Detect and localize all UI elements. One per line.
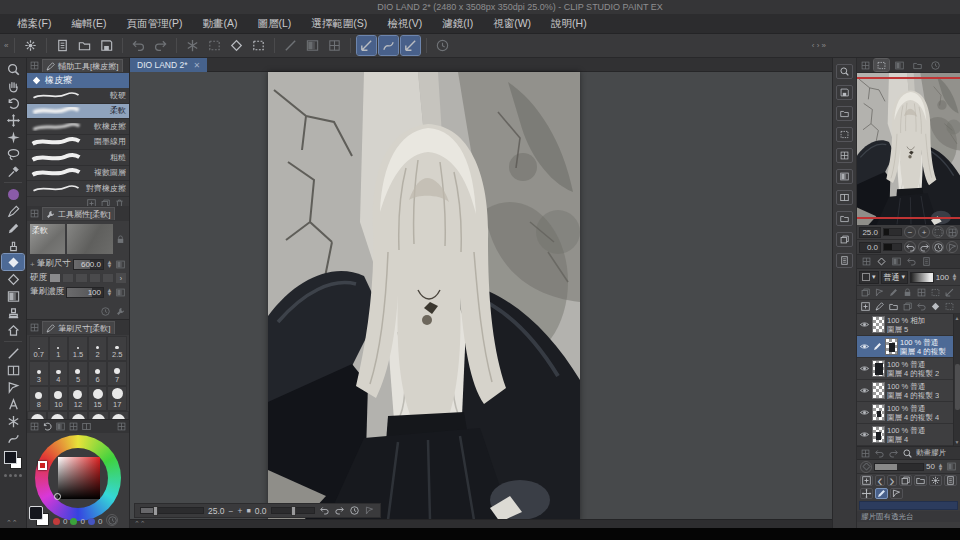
layer-mask-icon[interactable]: [930, 301, 941, 312]
approx-color-tab-icon[interactable]: [81, 421, 92, 432]
flip-horizontal-icon[interactable]: [364, 505, 375, 516]
layer-row[interactable]: 100 % 普通圖層 4: [857, 424, 960, 446]
material-3d-palette-icon[interactable]: [836, 190, 853, 205]
opacity-stepper[interactable]: ▲▼: [951, 272, 958, 283]
navigator-zoom-slider[interactable]: [883, 228, 902, 236]
item-bank-tab[interactable]: [910, 59, 925, 71]
subview-tab[interactable]: [892, 59, 907, 71]
help-button[interactable]: [433, 36, 452, 55]
reference-layer-icon[interactable]: [874, 287, 885, 298]
brush-size-option[interactable]: 10: [49, 386, 69, 411]
subtool-panel-tab[interactable]: 輔助工具[橡皮擦]: [42, 59, 123, 72]
panel-menu-icon[interactable]: [29, 60, 40, 71]
open-folder-button[interactable]: [914, 475, 927, 486]
panel-menu-icon[interactable]: [860, 60, 871, 71]
flip-cel-button[interactable]: [890, 488, 903, 499]
brush-size-option[interactable]: 0.7: [29, 336, 49, 361]
layer-opacity-slider[interactable]: [910, 272, 934, 283]
material-image-palette-icon[interactable]: [836, 169, 853, 184]
invert-selection-button[interactable]: [205, 36, 224, 55]
rotate-ccw-icon[interactable]: [319, 505, 330, 516]
brush-size-option[interactable]: 5: [68, 361, 88, 386]
layer-property-tab-icon[interactable]: [891, 256, 902, 267]
material-pose-palette-icon[interactable]: [836, 211, 853, 226]
document-tab[interactable]: DIO LAND 2* ✕: [130, 58, 207, 72]
ruler-tool[interactable]: [2, 379, 24, 395]
layer-row[interactable]: 100 % 普通圖層 4 的複製 4: [857, 402, 960, 424]
menu-edit[interactable]: 編輯(E): [62, 15, 115, 33]
zoom-tool[interactable]: [2, 61, 24, 77]
nav-reset-rotation-button[interactable]: [932, 241, 944, 253]
panel-menu-icon[interactable]: [29, 322, 40, 333]
brush-size-option[interactable]: 1: [49, 336, 69, 361]
hardness-blocks[interactable]: [49, 273, 114, 283]
panel-menu-icon[interactable]: [860, 448, 871, 459]
clear-button[interactable]: [281, 36, 300, 55]
new-raster-layer-icon[interactable]: [860, 301, 871, 312]
material-download-palette-icon[interactable]: [836, 85, 853, 100]
subtool-item-ink-line[interactable]: 圍墨線用: [27, 135, 129, 151]
selection-border-button[interactable]: [249, 36, 268, 55]
menu-window[interactable]: 視窗(W): [484, 15, 540, 33]
layer-row[interactable]: 100 % 普通圖層 4 的複製 2: [857, 358, 960, 380]
nav-zoom-out-button[interactable]: −: [904, 226, 916, 238]
cel-copy-button[interactable]: [944, 475, 957, 486]
material-tool[interactable]: [2, 322, 24, 338]
saturation-value-square[interactable]: [58, 457, 100, 499]
zoom-slider[interactable]: [140, 507, 204, 514]
zoom-out-button[interactable]: −: [229, 506, 234, 516]
information-tab[interactable]: [928, 59, 943, 71]
animation-cels-tab-icon[interactable]: [902, 448, 913, 459]
density-stepper[interactable]: ▲▼: [106, 287, 113, 298]
eyedropper-tool[interactable]: [2, 163, 24, 179]
color-history-button[interactable]: [106, 514, 118, 526]
onion-skin-icon[interactable]: [874, 448, 885, 459]
layer-thumbnail[interactable]: [872, 382, 885, 399]
brush-size-option[interactable]: 12: [68, 386, 88, 411]
rotate-tool[interactable]: [2, 95, 24, 111]
brush-tool[interactable]: [2, 237, 24, 253]
register-cel-button[interactable]: [860, 475, 873, 486]
material-history-palette-icon[interactable]: [836, 253, 853, 268]
layer-row-selected[interactable]: 100 % 普通圖層 4 的複製: [857, 336, 960, 358]
history-tab-icon[interactable]: [906, 256, 917, 267]
lock-icon[interactable]: [115, 234, 126, 245]
brush-size-option[interactable]: 15: [88, 386, 108, 411]
lasso-tool[interactable]: [2, 146, 24, 162]
brush-size-option[interactable]: 2.5: [107, 336, 127, 361]
layer-tab-icon[interactable]: [876, 256, 887, 267]
menu-page-manage[interactable]: 頁面管理(P): [117, 15, 191, 33]
brush-size-option[interactable]: 3: [29, 361, 49, 386]
brush-tip-thumbnail[interactable]: 柔軟: [30, 224, 65, 254]
draft-layer-icon[interactable]: [888, 287, 899, 298]
pressure-settings-icon[interactable]: [115, 287, 126, 298]
apply-mask-icon[interactable]: [944, 301, 955, 312]
subtool-group-row[interactable]: 橡皮擦: [27, 73, 129, 88]
timeline-tab-icon[interactable]: [921, 256, 932, 267]
fill-diamond-button[interactable]: [227, 36, 246, 55]
subtool-item-rough[interactable]: 粗糙: [27, 150, 129, 166]
new-vector-layer-icon[interactable]: [874, 301, 885, 312]
brush-size-option[interactable]: 6: [88, 361, 108, 386]
balloon-tool[interactable]: [2, 413, 24, 429]
text-tool[interactable]: [2, 396, 24, 412]
correction-tool[interactable]: [2, 430, 24, 446]
panel-options-icon[interactable]: [116, 421, 127, 432]
reset-defaults-icon[interactable]: [100, 306, 111, 317]
canvas-document[interactable]: [268, 72, 580, 522]
cel-color-icon[interactable]: [946, 461, 957, 472]
ruler-range-icon[interactable]: [944, 287, 955, 298]
new-folder-icon[interactable]: [888, 301, 899, 312]
cel-opacity-stepper[interactable]: ▲▼: [937, 461, 944, 472]
density-slider[interactable]: 100: [66, 287, 104, 298]
subtool-item-harder[interactable]: 較硬: [27, 88, 129, 104]
panel-menu-icon[interactable]: [861, 256, 872, 267]
brush-size-slider[interactable]: 600.0: [73, 259, 104, 270]
cel-settings-button[interactable]: [929, 475, 942, 486]
lock-layer-icon[interactable]: [902, 287, 913, 298]
subtool-item-soft-eraser[interactable]: 軟橡皮擦: [27, 119, 129, 135]
tool-property-tab[interactable]: 工具屬性[柔軟]: [42, 207, 115, 220]
expand-icon[interactable]: +: [30, 260, 35, 269]
move-tool[interactable]: [2, 112, 24, 128]
deselect-button[interactable]: [183, 36, 202, 55]
